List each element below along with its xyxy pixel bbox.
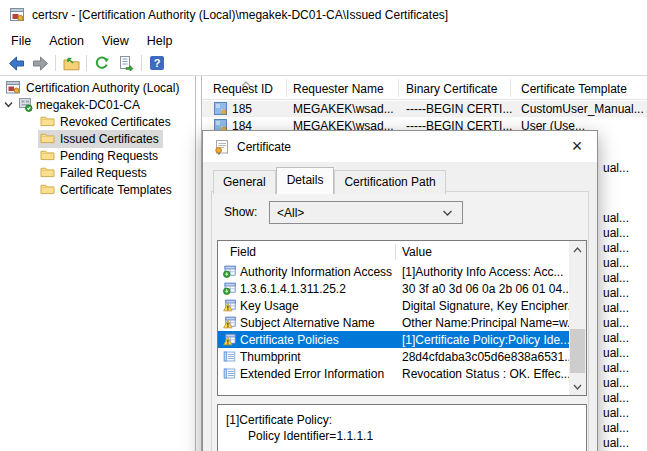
certificate-field-row[interactable]: 1.3.6.1.4.1.311.25.2 30 3f a0 3d 06 0a 2…: [218, 280, 569, 297]
column-separator: [395, 244, 396, 260]
field-value: [1]Authority Info Access: Acc...: [402, 265, 563, 279]
show-row: Show: <All>: [212, 200, 588, 224]
cell-binary-certificate: -----BEGIN CERTI...: [406, 102, 512, 116]
clipped-template-text: ual...: [603, 421, 629, 435]
field-name: Key Usage: [240, 299, 299, 313]
column-separator[interactable]: [398, 79, 399, 97]
dialog-title-bar: Certificate ×: [203, 131, 597, 162]
title-bar: certsrv - [Certification Authority (Loca…: [0, 0, 647, 30]
clipped-template-text: ual...: [603, 316, 629, 330]
menu-action[interactable]: Action: [40, 32, 93, 50]
close-icon[interactable]: ×: [557, 131, 597, 162]
folder-icon: [40, 182, 55, 195]
menu-file[interactable]: File: [2, 32, 40, 50]
scroll-up-icon[interactable]: [569, 241, 586, 258]
help-button[interactable]: ?: [145, 52, 169, 74]
column-header-binary-certificate[interactable]: Binary Certificate: [406, 82, 497, 96]
field-name: Extended Error Information: [240, 367, 384, 381]
clipped-template-text: ual...: [603, 211, 629, 225]
list-header: Request ID Requester Name Binary Certifi…: [202, 76, 647, 100]
menu-view[interactable]: View: [93, 32, 138, 50]
export-list-button[interactable]: [114, 52, 138, 74]
window-title: certsrv - [Certification Authority (Loca…: [32, 8, 448, 22]
field-name: Authority Information Access: [240, 265, 392, 279]
column-separator[interactable]: [286, 79, 287, 97]
tree-item-ca[interactable]: megakek-DC01-CA: [0, 96, 195, 113]
scrollbar[interactable]: [569, 241, 586, 395]
column-separator[interactable]: [510, 79, 511, 97]
cell-certificate-template: CustomUser_Manual...: [521, 102, 644, 116]
field-value: Revocation Status : OK. Effec...: [402, 367, 571, 381]
clipped-template-text: ual...: [603, 346, 629, 360]
clipped-template-text: ual...: [603, 436, 629, 450]
console-tree-pane: Certification Authority (Local) megakek-…: [0, 76, 196, 451]
clipped-template-text: ual...: [603, 226, 629, 240]
tree-item[interactable]: Certificate Templates: [0, 181, 195, 198]
column-header-certificate-template[interactable]: Certificate Template: [521, 82, 627, 96]
show-dropdown[interactable]: <All>: [269, 201, 463, 224]
scrollbar-thumb[interactable]: [570, 329, 585, 373]
app-icon: [9, 7, 25, 23]
scroll-down-icon[interactable]: [569, 378, 586, 395]
folder-icon-slot: [40, 165, 55, 181]
console-root-icon: [5, 80, 21, 95]
tree-item[interactable]: Pending Requests: [0, 147, 195, 164]
tab-certification-path[interactable]: Certification Path: [334, 170, 445, 194]
back-button[interactable]: [4, 52, 28, 74]
cell-requester-name: MEGAKEK\wsad...: [293, 102, 394, 116]
tab-general[interactable]: General: [213, 170, 276, 194]
folder-icon-slot: [40, 131, 55, 147]
tree-item-label: Pending Requests: [60, 149, 158, 163]
tree-item[interactable]: Failed Requests: [0, 164, 195, 181]
toolbar-separator: [141, 55, 142, 71]
clipped-template-text: ual...: [603, 406, 629, 420]
toolbar-separator: [55, 55, 56, 71]
back-icon: [8, 56, 25, 71]
table-row[interactable]: 185 MEGAKEK\wsad... -----BEGIN CERTI... …: [202, 101, 647, 117]
tree-root[interactable]: Certification Authority (Local): [0, 79, 195, 96]
certificate-field-row[interactable]: Extended Error Information Revocation St…: [218, 365, 569, 382]
certsrv-window: certsrv - [Certification Authority (Loca…: [0, 0, 647, 451]
critical-extension-icon: [223, 299, 236, 312]
tab-details[interactable]: Details: [276, 167, 335, 194]
clipped-template-text: ual...: [603, 241, 629, 255]
critical-extension-icon: [223, 316, 236, 329]
clipped-template-text: ual...: [603, 361, 629, 375]
field-detail-box[interactable]: [1]Certificate Policy: Policy Identifier…: [217, 404, 587, 451]
chevron-expanded-slot[interactable]: [3, 99, 14, 110]
tree-item-label: Certificate Templates: [60, 183, 172, 197]
show-label: Show:: [224, 205, 257, 219]
export-list-icon: [118, 55, 134, 71]
certificate-dialog: Certificate × General Details Certificat…: [202, 130, 598, 451]
certificate-field-row[interactable]: Key Usage Digital Signature, Key Enciphe…: [218, 297, 569, 314]
folder-icon-slot: [40, 148, 55, 164]
certificate-field-row[interactable]: Subject Alternative Name Other Name:Prin…: [218, 314, 569, 331]
property-icon: [223, 350, 236, 363]
extension-icon: [223, 265, 236, 278]
tree-item-label: Revoked Certificates: [60, 115, 171, 129]
column-header-value[interactable]: Value: [402, 245, 432, 259]
dialog-title: Certificate: [237, 140, 549, 154]
forward-button[interactable]: [28, 52, 52, 74]
folder-icon: [40, 114, 55, 127]
column-header-requester-name[interactable]: Requester Name: [293, 82, 384, 96]
menu-help[interactable]: Help: [138, 32, 182, 50]
certificate-field-row[interactable]: Certificate Policies [1]Certificate Poli…: [218, 331, 569, 348]
certificate-field-row[interactable]: Thumbprint 28d4cfdaba3c05d6e838a6531...: [218, 348, 569, 365]
folder-icon-slot: [40, 182, 55, 198]
tree-children: Revoked Certificates Issued Certificates…: [0, 113, 195, 198]
column-header-request-id[interactable]: Request ID: [213, 82, 273, 96]
tree-item[interactable]: Revoked Certificates: [0, 113, 195, 130]
field-name: Subject Alternative Name: [240, 316, 375, 330]
tree-item[interactable]: Issued Certificates: [0, 130, 195, 147]
certificate-field-row[interactable]: Authority Information Access [1]Authorit…: [218, 263, 569, 280]
column-header-field[interactable]: Field: [230, 245, 256, 259]
show-console-tree-icon: [63, 56, 80, 71]
show-console-tree-button[interactable]: [59, 52, 83, 74]
clipped-template-text: ual...: [603, 256, 629, 270]
clipped-template-text: ual...: [603, 271, 629, 285]
detail-line: [1]Certificate Policy:: [226, 413, 578, 427]
certificate-row-icon: [214, 102, 227, 118]
extension-icon: [223, 282, 236, 295]
refresh-button[interactable]: [90, 52, 114, 74]
